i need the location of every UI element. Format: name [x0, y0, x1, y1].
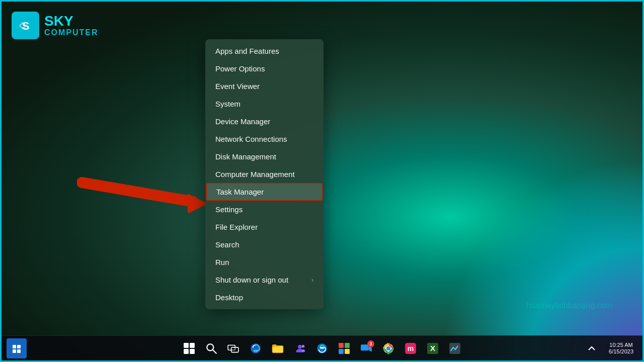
menu-item-explorer-label: File Explorer: [215, 223, 258, 231]
menu-item-search-label: Search: [215, 240, 239, 249]
menu-item-event-label: Event Viewer: [215, 82, 260, 90]
chevron-icon: ›: [311, 277, 313, 284]
menu-item-device[interactable]: Device Manager: [205, 113, 324, 130]
menu-item-disk[interactable]: Disk Management: [205, 148, 324, 165]
svg-text:m: m: [408, 344, 414, 352]
taskbar-left: [7, 338, 27, 358]
logo: S SKY COMPUTER: [12, 12, 99, 39]
store-icon[interactable]: [334, 338, 354, 358]
logo-sky-text: SKY: [44, 14, 99, 28]
desktop: S SKY COMPUTER huamaytinhbanang.com Apps…: [0, 0, 644, 362]
svg-rect-8: [17, 349, 21, 353]
svg-rect-10: [190, 343, 195, 348]
menu-item-desktop[interactable]: Desktop: [205, 289, 324, 306]
edge-icon[interactable]: [246, 338, 266, 358]
menu-item-settings-label: Settings: [215, 205, 243, 214]
svg-rect-9: [184, 343, 189, 348]
chrome-icon[interactable]: [378, 338, 398, 358]
svg-rect-5: [13, 345, 16, 348]
menu-item-explorer[interactable]: File Explorer: [205, 218, 324, 236]
svg-point-21: [302, 344, 304, 347]
taskbar-center: 3 m: [179, 338, 465, 358]
menu-item-apps-label: Apps and Features: [215, 47, 279, 55]
menu-item-system[interactable]: System: [205, 95, 324, 113]
svg-rect-11: [184, 349, 189, 354]
arrow-indicator: [77, 172, 208, 215]
taskbar: 3 m: [2, 335, 642, 360]
menu-item-system-label: System: [215, 100, 240, 108]
menu-item-search[interactable]: Search: [205, 236, 324, 253]
logo-text: SKY COMPUTER: [44, 14, 99, 37]
menu-item-settings[interactable]: Settings: [205, 201, 324, 218]
menu-item-task-label: Task Manager: [216, 188, 264, 196]
svg-line-3: [82, 183, 193, 202]
menu-item-event[interactable]: Event Viewer: [205, 77, 324, 95]
menu-item-disk-label: Disk Management: [215, 152, 276, 161]
date: 6/15/2023: [609, 348, 633, 354]
svg-rect-26: [345, 349, 350, 354]
taskbar-left-button[interactable]: [7, 338, 27, 358]
menu-item-task[interactable]: Task Manager: [206, 183, 323, 201]
excel-icon[interactable]: X: [423, 338, 443, 358]
svg-rect-23: [339, 343, 344, 348]
svg-point-30: [387, 346, 390, 350]
svg-rect-7: [13, 349, 16, 353]
menu-item-computer[interactable]: Computer Management: [205, 165, 324, 183]
svg-line-14: [213, 349, 216, 353]
menu-item-run-label: Run: [215, 258, 229, 266]
svg-text:X: X: [430, 344, 436, 352]
edge2-icon[interactable]: [312, 338, 332, 358]
svg-point-20: [298, 344, 302, 348]
messenger-icon[interactable]: m: [400, 338, 421, 358]
menu-item-desktop-label: Desktop: [215, 293, 243, 302]
system-tray[interactable]: [582, 338, 602, 358]
search-button[interactable]: [201, 338, 221, 358]
svg-rect-24: [345, 343, 350, 348]
file-explorer-icon[interactable]: [268, 338, 288, 358]
menu-item-network-label: Network Connections: [215, 135, 287, 143]
svg-rect-25: [339, 349, 344, 354]
menu-item-shutdown-label: Shut down or sign out: [215, 276, 288, 284]
clock[interactable]: 10:25 AM 6/15/2023: [605, 338, 637, 358]
menu-item-apps[interactable]: Apps and Features: [205, 42, 324, 60]
menu-item-device-label: Device Manager: [215, 117, 270, 126]
start-button[interactable]: [179, 338, 199, 358]
menu-item-run[interactable]: Run: [205, 253, 324, 271]
logo-icon: S: [12, 12, 39, 39]
svg-rect-16: [231, 347, 238, 352]
teams-icon[interactable]: [290, 338, 310, 358]
menu-item-computer-label: Computer Management: [215, 170, 295, 178]
svg-marker-4: [188, 194, 208, 213]
task-view-button[interactable]: [223, 338, 244, 358]
zoom-icon[interactable]: 3: [356, 338, 376, 358]
zoom-badge: 3: [367, 340, 374, 347]
menu-item-power-label: Power Options: [215, 64, 265, 73]
context-menu: Apps and Features Power Options Event Vi…: [205, 39, 324, 309]
time: 10:25 AM: [609, 342, 632, 348]
watermark-text: huamaytinhbanang.com: [526, 301, 612, 310]
menu-item-shutdown[interactable]: Shut down or sign out ›: [205, 271, 324, 289]
svg-rect-12: [190, 349, 195, 354]
svg-rect-6: [17, 345, 21, 348]
logo-computer-text: COMPUTER: [44, 28, 99, 37]
taskbar-right: 10:25 AM 6/15/2023: [582, 338, 637, 358]
menu-item-network[interactable]: Network Connections: [205, 130, 324, 148]
menu-item-power[interactable]: Power Options: [205, 60, 324, 77]
app2-icon[interactable]: [445, 338, 465, 358]
